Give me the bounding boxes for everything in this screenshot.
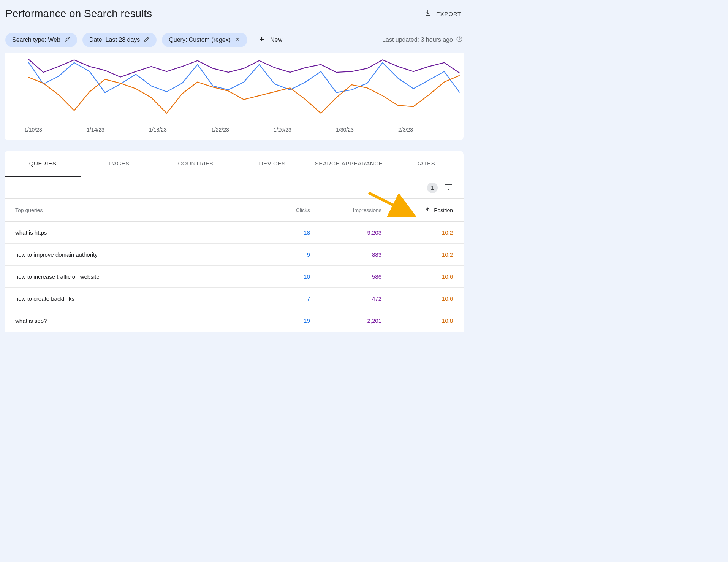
series-position — [28, 75, 459, 113]
cell-clicks: 10 — [239, 273, 310, 280]
chip-label: Search type: Web — [12, 37, 60, 43]
table-row[interactable]: how to improve domain authority988310.2 — [5, 244, 464, 266]
x-tick: 1/22/23 — [211, 127, 233, 133]
col-header-query[interactable]: Top queries — [15, 207, 239, 213]
cell-query: how to create backlinks — [15, 295, 239, 302]
chip-query[interactable]: Query: Custom (regex) — [162, 33, 247, 47]
tab-search-appearance[interactable]: SEARCH APPEARANCE — [310, 151, 387, 177]
table-toolbar: 1 — [5, 177, 464, 199]
col-header-position[interactable]: Position — [381, 206, 453, 214]
table-card: QUERIESPAGESCOUNTRIESDEVICESSEARCH APPEA… — [5, 151, 464, 332]
cell-impressions: 586 — [310, 273, 381, 280]
col-header-position-label: Position — [434, 207, 453, 213]
export-button[interactable]: EXPORT — [424, 10, 461, 18]
filter-icon[interactable] — [444, 183, 453, 193]
chip-label: Query: Custom (regex) — [169, 37, 231, 43]
x-tick: 1/10/23 — [24, 127, 46, 133]
x-tick: 1/26/23 — [274, 127, 295, 133]
chip-search-type[interactable]: Search type: Web — [5, 33, 77, 47]
tab-queries[interactable]: QUERIES — [5, 151, 81, 177]
cell-position: 10.2 — [381, 229, 453, 236]
tab-countries[interactable]: COUNTRIES — [158, 151, 234, 177]
cell-position: 10.2 — [381, 251, 453, 258]
series-impressions — [28, 59, 459, 77]
last-updated-text: Last updated: 3 hours ago — [382, 37, 453, 43]
new-filter-button[interactable]: New — [253, 32, 288, 48]
performance-chart — [5, 53, 464, 119]
cell-impressions: 9,203 — [310, 229, 381, 236]
x-axis-ticks: 1/10/231/14/231/18/231/22/231/26/231/30/… — [5, 119, 464, 133]
cell-query: how to improve domain authority — [15, 251, 239, 258]
table-row[interactable]: how to create backlinks747210.6 — [5, 288, 464, 310]
cell-query: what is seo? — [15, 318, 239, 324]
pencil-icon — [144, 36, 150, 44]
cell-clicks: 7 — [239, 295, 310, 302]
cell-query: what is https — [15, 229, 239, 236]
cell-impressions: 472 — [310, 295, 381, 302]
export-label: EXPORT — [436, 11, 461, 17]
col-header-impressions[interactable]: Impressions — [310, 207, 381, 213]
x-tick: 1/14/23 — [87, 127, 108, 133]
filter-count-badge[interactable]: 1 — [427, 183, 438, 193]
pencil-icon — [64, 36, 70, 44]
tab-pages[interactable]: PAGES — [81, 151, 157, 177]
filters-bar: Search type: Web Date: Last 28 days Quer… — [0, 27, 468, 53]
chip-date[interactable]: Date: Last 28 days — [82, 33, 157, 47]
cell-clicks: 18 — [239, 229, 310, 236]
plus-icon — [258, 35, 266, 44]
help-icon[interactable] — [456, 36, 463, 44]
close-icon[interactable] — [234, 36, 241, 44]
cell-position: 10.6 — [381, 295, 453, 302]
table-row[interactable]: what is seo?192,20110.8 — [5, 310, 464, 332]
last-updated: Last updated: 3 hours ago — [382, 36, 463, 44]
cell-query: how to increase traffic on website — [15, 273, 239, 280]
tabs: QUERIESPAGESCOUNTRIESDEVICESSEARCH APPEA… — [5, 151, 464, 177]
download-icon — [424, 10, 432, 18]
cell-position: 10.8 — [381, 318, 453, 324]
column-headers: Top queries Clicks Impressions Position — [5, 199, 464, 222]
col-header-clicks[interactable]: Clicks — [239, 207, 310, 213]
sort-asc-icon — [425, 206, 431, 214]
table-row[interactable]: how to increase traffic on website105861… — [5, 266, 464, 288]
tab-dates[interactable]: DATES — [387, 151, 464, 177]
x-tick: 1/18/23 — [149, 127, 170, 133]
cell-impressions: 883 — [310, 251, 381, 258]
chart-card: 1/10/231/14/231/18/231/22/231/26/231/30/… — [5, 53, 464, 140]
cell-position: 10.6 — [381, 273, 453, 280]
tab-devices[interactable]: DEVICES — [234, 151, 310, 177]
cell-clicks: 19 — [239, 318, 310, 324]
table-body: what is https189,20310.2how to improve d… — [5, 222, 464, 332]
page-title: Performance on Search results — [5, 8, 152, 20]
x-tick: 1/30/23 — [336, 127, 357, 133]
series-clicks — [28, 62, 459, 93]
x-tick: 2/3/23 — [398, 127, 419, 133]
chip-label: Date: Last 28 days — [89, 37, 140, 43]
cell-impressions: 2,201 — [310, 318, 381, 324]
cell-clicks: 9 — [239, 251, 310, 258]
table-row[interactable]: what is https189,20310.2 — [5, 222, 464, 244]
new-filter-label: New — [270, 37, 282, 43]
